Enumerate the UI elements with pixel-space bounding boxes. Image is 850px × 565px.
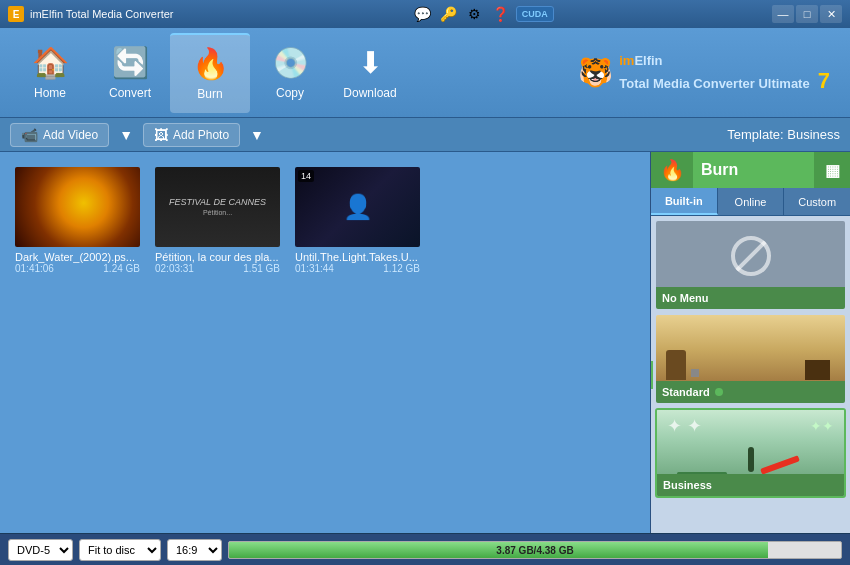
burn-label: Burn bbox=[197, 87, 222, 101]
add-video-dropdown[interactable]: ▼ bbox=[119, 127, 133, 143]
business-thumb: ✦ ✦ ✦✦ bbox=[657, 410, 844, 480]
add-photo-dropdown[interactable]: ▼ bbox=[250, 127, 264, 143]
brand-sub: Total Media Converter Ultimate 7 bbox=[619, 68, 830, 94]
business-dots: ✦ ✦ bbox=[667, 415, 702, 437]
video-meta: 01:41:06 1.24 GB bbox=[15, 263, 140, 274]
video-badge: 14 bbox=[298, 170, 314, 182]
burn-header-label: Burn bbox=[701, 161, 738, 179]
app-icon: E bbox=[8, 6, 24, 22]
template-name-bar: Business bbox=[657, 474, 844, 496]
business-arrow bbox=[760, 455, 800, 474]
template-business[interactable]: ✓ ✦ ✦ ✦✦ Business bbox=[655, 408, 846, 498]
download-icon: ⬇ bbox=[358, 45, 383, 80]
app-title: imElfin Total Media Converter bbox=[30, 8, 173, 20]
template-no-menu[interactable]: No Menu bbox=[655, 220, 846, 310]
progress-bar: 3.87 GB/4.38 GB bbox=[228, 541, 842, 559]
add-video-label: Add Video bbox=[43, 128, 98, 142]
toolbar-copy[interactable]: 💿 Copy bbox=[250, 33, 330, 113]
video-thumbnail: 👤 14 bbox=[295, 167, 420, 247]
standard-label: Standard bbox=[662, 386, 710, 398]
burn-header: 🔥 Burn ▦ bbox=[651, 152, 850, 188]
add-video-button[interactable]: 📹 Add Video bbox=[10, 123, 109, 147]
business-label: Business bbox=[663, 479, 712, 491]
no-menu-icon bbox=[731, 236, 771, 276]
action-bar: 📹 Add Video ▼ 🖼 Add Photo ▼ Template: Bu… bbox=[0, 118, 850, 152]
video-name: Dark_Water_(2002).ps... bbox=[15, 251, 140, 263]
video-thumbnail: FESTIVAL DE CANNES Pétition... bbox=[155, 167, 280, 247]
minimize-button[interactable]: — bbox=[772, 5, 794, 23]
list-item[interactable]: Dark_Water_(2002).ps... 01:41:06 1.24 GB bbox=[15, 167, 140, 274]
business-figure bbox=[748, 447, 754, 472]
aspect-ratio-select[interactable]: 16:9 4:3 bbox=[167, 539, 222, 561]
disc-type-select[interactable]: DVD-5 DVD-9 Blu-ray bbox=[8, 539, 73, 561]
toolbar-burn[interactable]: 🔥 Burn bbox=[170, 33, 250, 113]
toolbar-home[interactable]: 🏠 Home bbox=[10, 33, 90, 113]
tab-built-in[interactable]: Built-in bbox=[651, 188, 718, 215]
top-icons: 💬 🔑 ⚙ ❓ CUDA bbox=[412, 3, 554, 25]
convert-label: Convert bbox=[109, 86, 151, 100]
business-deco-right: ✦✦ bbox=[810, 418, 834, 434]
template-list: ❯ No Menu Standard bbox=[651, 216, 850, 533]
maximize-button[interactable]: □ bbox=[796, 5, 818, 23]
toolbar: 🏠 Home 🔄 Convert 🔥 Burn 💿 Copy ⬇ Downloa… bbox=[0, 28, 850, 118]
burn-icon: 🔥 bbox=[192, 46, 229, 81]
template-label: Template: Business bbox=[727, 127, 840, 142]
add-photo-label: Add Photo bbox=[173, 128, 229, 142]
video-name: Until.The.Light.Takes.U... bbox=[295, 251, 420, 263]
fit-mode-select[interactable]: Fit to disc No scaling bbox=[79, 539, 161, 561]
home-icon: 🏠 bbox=[32, 45, 69, 80]
toolbar-convert[interactable]: 🔄 Convert bbox=[90, 33, 170, 113]
add-photo-button[interactable]: 🖼 Add Photo bbox=[143, 123, 240, 147]
add-photo-icon: 🖼 bbox=[154, 127, 168, 143]
convert-icon: 🔄 bbox=[112, 45, 149, 80]
template-name-bar: Standard bbox=[656, 381, 845, 403]
download-label: Download bbox=[343, 86, 396, 100]
standard-info-dot bbox=[715, 388, 723, 396]
video-meta: 01:31:44 1.12 GB bbox=[295, 263, 420, 274]
panel-tabs: Built-in Online Custom bbox=[651, 188, 850, 216]
standard-thumb bbox=[656, 315, 845, 385]
brand-logo: 🐯 imElfin Total Media Converter Ultimate… bbox=[578, 52, 830, 94]
title-bar: E imElfin Total Media Converter 💬 🔑 ⚙ ❓ … bbox=[0, 0, 850, 28]
standard-deco3 bbox=[691, 369, 699, 377]
standard-deco1 bbox=[666, 350, 686, 380]
no-menu-label: No Menu bbox=[662, 292, 708, 304]
right-panel: 🔥 Burn ▦ Built-in Online Custom ❯ bbox=[650, 152, 850, 533]
cannes-logo: FESTIVAL DE CANNES Pétition... bbox=[169, 197, 266, 218]
template-name-bar: No Menu bbox=[656, 287, 845, 309]
help-icon[interactable]: ❓ bbox=[490, 3, 512, 25]
video-name: Pétition, la cour des pla... bbox=[155, 251, 280, 263]
burn-header-icon: 🔥 bbox=[651, 152, 693, 188]
brand-name: Elfin bbox=[634, 53, 662, 68]
template-standard[interactable]: Standard bbox=[655, 314, 846, 404]
video-thumbnail bbox=[15, 167, 140, 247]
toolbar-download[interactable]: ⬇ Download bbox=[330, 33, 410, 113]
close-button[interactable]: ✕ bbox=[820, 5, 842, 23]
tab-custom[interactable]: Custom bbox=[784, 188, 850, 215]
burn-grid-icon[interactable]: ▦ bbox=[814, 152, 850, 188]
bottom-bar: DVD-5 DVD-9 Blu-ray Fit to disc No scali… bbox=[0, 533, 850, 565]
progress-label: 3.87 GB/4.38 GB bbox=[496, 544, 573, 555]
cuda-badge: CUDA bbox=[516, 6, 554, 22]
home-label: Home bbox=[34, 86, 66, 100]
no-menu-thumb bbox=[656, 221, 845, 291]
video-area: Dark_Water_(2002).ps... 01:41:06 1.24 GB… bbox=[0, 152, 650, 533]
list-item[interactable]: 👤 14 Until.The.Light.Takes.U... 01:31:44… bbox=[295, 167, 420, 274]
chat-icon[interactable]: 💬 bbox=[412, 3, 434, 25]
standard-deco2 bbox=[805, 360, 830, 380]
main-area: Dark_Water_(2002).ps... 01:41:06 1.24 GB… bbox=[0, 152, 850, 533]
tab-online[interactable]: Online bbox=[718, 188, 785, 215]
copy-icon: 💿 bbox=[272, 45, 309, 80]
key-icon[interactable]: 🔑 bbox=[438, 3, 460, 25]
title-bar-controls: — □ ✕ bbox=[772, 5, 842, 23]
copy-label: Copy bbox=[276, 86, 304, 100]
video-meta: 02:03:31 1.51 GB bbox=[155, 263, 280, 274]
gear-icon[interactable]: ⚙ bbox=[464, 3, 486, 25]
expand-handle[interactable]: ❯ bbox=[651, 361, 653, 389]
brand-name-prefix: im bbox=[619, 53, 634, 68]
title-bar-left: E imElfin Total Media Converter bbox=[8, 6, 173, 22]
brand: 🐯 imElfin Total Media Converter Ultimate… bbox=[578, 52, 840, 94]
list-item[interactable]: FESTIVAL DE CANNES Pétition... Pétition,… bbox=[155, 167, 280, 274]
add-video-icon: 📹 bbox=[21, 127, 38, 143]
